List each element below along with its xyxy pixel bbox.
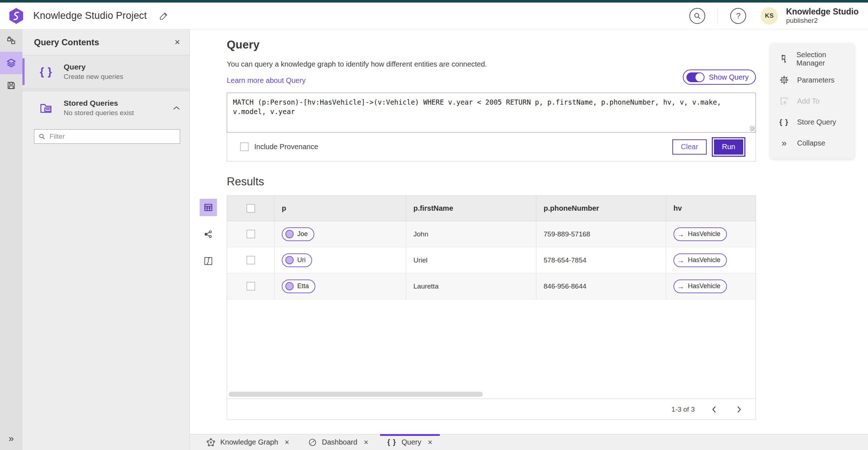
query-layers-nav-icon[interactable] — [0, 52, 22, 74]
knowledge-graph-icon — [207, 438, 215, 447]
knowledge-studio-app: Knowledge Studio Project ? KS Knowledge … — [0, 0, 868, 450]
filter-input[interactable] — [50, 133, 175, 140]
panel-close-icon[interactable]: × — [175, 37, 180, 48]
help-button[interactable]: ? — [730, 8, 746, 24]
relationship-chip[interactable]: → HasVehicle — [673, 279, 727, 293]
entity-chip[interactable]: Uri — [282, 253, 312, 267]
row-checkbox[interactable] — [247, 256, 255, 264]
panel-header: Query Contents × — [22, 29, 190, 55]
save-nav-icon[interactable] — [0, 74, 22, 97]
store-query-button[interactable]: { } Store Query — [770, 112, 854, 133]
graph-view-icon[interactable] — [200, 226, 217, 243]
header-actions: ? KS Knowledge Studio publisher2 — [689, 7, 859, 24]
arrow-right-icon: → — [677, 283, 684, 290]
table-row[interactable]: Etta Lauretta 846-956-8644 → HasVehicle — [227, 273, 756, 299]
clear-button[interactable]: Clear — [672, 139, 707, 155]
selection-manager-icon — [779, 54, 788, 64]
query-editor-container: MATCH (p:Person)-[hv:HasVehicle]->(v:Veh… — [227, 93, 756, 161]
body-row: » Query Contents × { } Query Create new … — [0, 29, 868, 450]
cell-firstname: Lauretta — [406, 273, 536, 299]
search-button[interactable] — [689, 8, 705, 24]
table-row[interactable]: Joe John 759-889-57168 → HasVehicle — [227, 221, 756, 247]
left-icon-rail: » — [0, 29, 22, 450]
editor-action-bar: Include Provenance Clear Run — [227, 133, 756, 161]
parameters-button[interactable]: Parameters — [770, 70, 854, 91]
table-row[interactable]: Uri Uriel 578-654-7854 → HasVehicle — [227, 247, 756, 273]
cell-phonenumber: 578-654-7854 — [536, 247, 666, 273]
bottom-tab-bar: Knowledge Graph × Dashboard × { } Qu — [190, 434, 868, 450]
row-checkbox[interactable] — [247, 230, 255, 238]
panel-item-query[interactable]: { } Query Create new queries — [22, 55, 190, 88]
results-title: Results — [227, 175, 756, 188]
show-query-toggle[interactable]: Show Query — [683, 70, 756, 85]
map-view-icon[interactable] — [200, 252, 217, 270]
cell-phonenumber: 759-889-57168 — [536, 221, 666, 247]
expand-rail-button[interactable]: » — [0, 430, 22, 446]
run-button[interactable]: Run — [714, 139, 743, 155]
add-to-button: Add To — [770, 91, 854, 112]
close-tab-icon[interactable]: × — [285, 438, 289, 447]
double-chevron-right-icon: » — [779, 139, 789, 148]
edit-project-title-icon[interactable] — [159, 11, 169, 21]
tab-query[interactable]: { } Query × — [378, 434, 442, 450]
dashboard-icon — [308, 438, 317, 447]
close-tab-icon[interactable]: × — [428, 438, 433, 447]
stored-queries-filter[interactable] — [34, 129, 180, 144]
editor-resize-grip[interactable] — [750, 126, 755, 131]
entity-chip[interactable]: Joe — [282, 227, 314, 241]
app-logo-icon[interactable] — [9, 8, 24, 24]
project-title: Knowledge Studio Project — [33, 10, 147, 21]
tab-dashboard[interactable]: Dashboard × — [299, 434, 378, 450]
row-checkbox[interactable] — [247, 282, 255, 290]
next-page-button[interactable] — [733, 403, 745, 416]
results-table: p p.firstName p.phoneNumber hv Joe — [227, 195, 756, 420]
hierarchy-nav-icon[interactable] — [0, 29, 22, 52]
pagination-range: 1-3 of 3 — [672, 405, 695, 413]
column-header-hv[interactable]: hv — [666, 196, 756, 221]
include-provenance-checkbox[interactable] — [240, 143, 248, 151]
main-column: Query You can query a knowledge graph to… — [190, 29, 868, 450]
relationship-chip[interactable]: → HasVehicle — [673, 227, 727, 241]
user-name: Knowledge Studio — [786, 7, 859, 16]
show-query-label: Show Query — [709, 73, 749, 81]
braces-icon: { } — [387, 438, 397, 446]
app-header: Knowledge Studio Project ? KS Knowledge … — [0, 3, 868, 29]
filter-search-icon — [39, 133, 45, 140]
user-info: Knowledge Studio publisher2 — [786, 7, 859, 24]
toggle-switch-on[interactable] — [686, 72, 705, 82]
cell-phonenumber: 846-956-8644 — [536, 273, 666, 299]
user-avatar[interactable]: KS — [761, 7, 778, 25]
query-item-title: Query — [64, 63, 123, 71]
panel-section-divider — [22, 88, 190, 92]
previous-page-button[interactable] — [708, 403, 720, 416]
page-title: Query — [227, 38, 487, 51]
table-view-icon[interactable] — [200, 199, 217, 216]
header-divider — [718, 8, 718, 24]
select-all-checkbox[interactable] — [247, 204, 255, 213]
gear-icon — [779, 75, 789, 85]
top-teal-strip — [0, 0, 868, 3]
selection-manager-button[interactable]: Selection Manager — [770, 49, 854, 70]
close-tab-icon[interactable]: × — [364, 438, 369, 447]
entity-dot-icon — [285, 282, 294, 290]
tab-knowledge-graph[interactable]: Knowledge Graph × — [197, 434, 299, 450]
add-to-icon — [779, 96, 789, 106]
learn-more-link[interactable]: Learn more about Query — [227, 76, 306, 85]
scrollbar-thumb[interactable] — [229, 392, 483, 397]
arrow-right-icon: → — [677, 257, 684, 264]
column-header-phonenumber[interactable]: p.phoneNumber — [536, 196, 666, 221]
collapse-menu-button[interactable]: » Collapse — [770, 133, 854, 153]
column-header-p[interactable]: p — [275, 196, 406, 221]
entity-dot-icon — [285, 256, 294, 264]
query-main-area: Query You can query a knowledge graph to… — [190, 29, 868, 434]
entity-chip[interactable]: Etta — [282, 279, 315, 293]
panel-item-stored-queries[interactable]: Stored Queries No stored queries exist — [22, 92, 190, 124]
relationship-chip[interactable]: → HasVehicle — [673, 253, 727, 267]
query-text-editor[interactable]: MATCH (p:Person)-[hv:HasVehicle]->(v:Veh… — [227, 93, 756, 133]
braces-icon: { } — [779, 118, 789, 126]
column-header-firstname[interactable]: p.firstName — [406, 196, 536, 221]
user-role: publisher2 — [786, 17, 859, 25]
stored-queries-subtitle: No stored queries exist — [64, 109, 134, 117]
cell-firstname: Uriel — [406, 247, 536, 273]
chevron-up-icon[interactable] — [173, 106, 180, 110]
